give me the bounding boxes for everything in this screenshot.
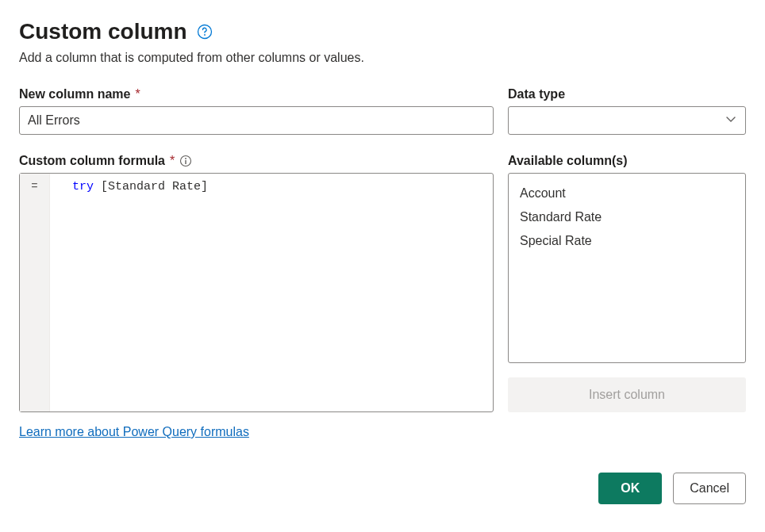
required-indicator: * xyxy=(135,87,140,101)
formula-label: Custom column formula * xyxy=(19,154,494,168)
required-indicator: * xyxy=(170,154,175,168)
formula-editor[interactable]: = try [Standard Rate] xyxy=(19,173,494,412)
dialog-subtitle: Add a column that is computed from other… xyxy=(19,51,746,65)
help-icon[interactable] xyxy=(197,24,213,40)
data-type-label: Data type xyxy=(508,87,746,101)
formula-body: [Standard Rate] xyxy=(94,180,208,193)
svg-point-3 xyxy=(185,158,186,159)
insert-column-button: Insert column xyxy=(508,377,746,412)
available-columns-list[interactable]: Account Standard Rate Special Rate xyxy=(508,173,746,363)
ok-button[interactable]: OK xyxy=(598,473,662,504)
dialog-title: Custom column xyxy=(19,19,187,44)
data-type-select[interactable] xyxy=(508,106,746,135)
new-column-name-label: New column name * xyxy=(19,87,494,101)
cancel-button[interactable]: Cancel xyxy=(673,473,746,504)
list-item[interactable]: Special Rate xyxy=(518,229,736,253)
formula-gutter: = xyxy=(20,174,50,411)
svg-point-1 xyxy=(204,34,206,36)
available-columns-label: Available column(s) xyxy=(508,154,746,168)
new-column-name-input[interactable] xyxy=(19,106,494,135)
list-item[interactable]: Account xyxy=(518,182,736,205)
formula-keyword: try xyxy=(72,180,94,193)
info-icon[interactable] xyxy=(179,155,192,167)
list-item[interactable]: Standard Rate xyxy=(518,205,736,229)
learn-more-link[interactable]: Learn more about Power Query formulas xyxy=(19,425,249,439)
svg-rect-4 xyxy=(186,160,186,164)
formula-content[interactable]: try [Standard Rate] xyxy=(50,174,493,411)
